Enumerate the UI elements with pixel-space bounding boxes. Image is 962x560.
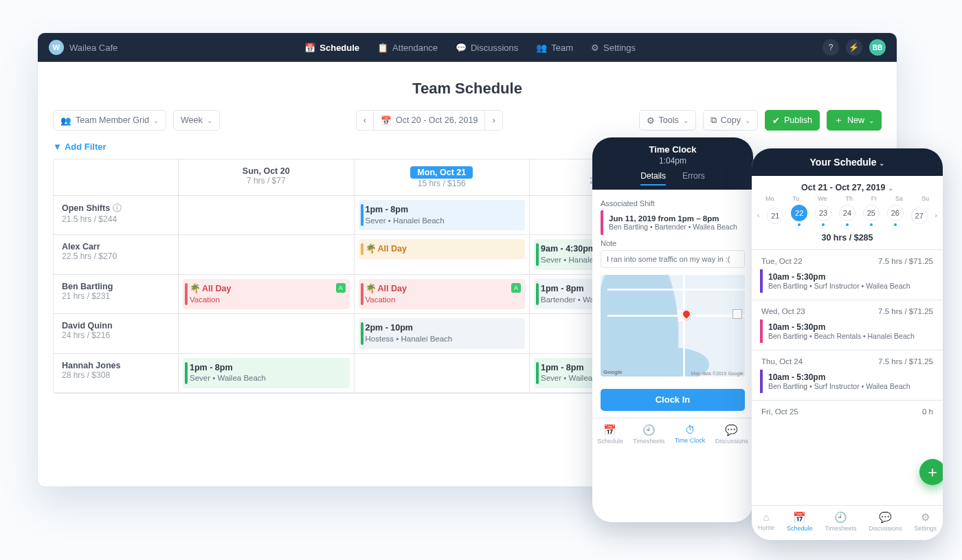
nav-tab-team[interactable]: 👥Team	[536, 43, 573, 53]
navbar: W Wailea Cafe 📅Schedule 📋Attendance 💬Dis…	[38, 33, 897, 62]
nav-tab-attendance[interactable]: 📋Attendance	[377, 43, 438, 53]
clock-in-button[interactable]: Clock In	[601, 389, 745, 411]
day-24[interactable]: 24	[839, 205, 855, 221]
new-button[interactable]: ＋New ⌄	[827, 110, 882, 131]
info-icon[interactable]: ⓘ	[113, 203, 122, 213]
shift-card[interactable]: 10am - 5:30pmBen Bartling • Surf Instruc…	[760, 370, 935, 393]
nav-tab-schedule[interactable]: 📅Schedule	[304, 43, 359, 53]
prev-week-button[interactable]: ‹	[356, 110, 374, 131]
shift-card-allday[interactable]: 🌴All Day	[359, 239, 526, 259]
next-week-button[interactable]: ›	[485, 110, 502, 131]
gear-icon: ⚙	[591, 43, 599, 53]
nav-tab-discussions[interactable]: 💬Discussions	[456, 43, 518, 53]
cell[interactable]	[355, 354, 530, 393]
tabbar-schedule[interactable]: 📅Schedule	[597, 424, 623, 445]
next-week[interactable]: ›	[935, 212, 937, 219]
tabbar-settings[interactable]: ⚙Settings	[914, 511, 937, 532]
schedule-list[interactable]: Tue, Oct 227.5 hrs / $71.2510am - 5:30pm…	[752, 250, 943, 469]
tools-button[interactable]: ⚙Tools ⌄	[639, 110, 696, 131]
cell[interactable]: A🌴All DayVacation	[355, 275, 530, 314]
row-open-shifts: Open Shifts ⓘ21.5 hrs / $244	[54, 196, 179, 235]
calendar-icon: 📅	[381, 115, 392, 126]
day-22[interactable]: 22	[791, 205, 807, 221]
shift-card[interactable]: 2pm - 10pmHostess • Hanalei Beach	[359, 318, 526, 348]
day-23[interactable]: 23	[815, 205, 831, 221]
day-header: Tue, Oct 227.5 hrs / $71.25	[752, 250, 943, 267]
shift-card-vacation[interactable]: A🌴All DayVacation	[183, 279, 350, 309]
chevron-down-icon: ⌄	[745, 117, 750, 124]
map[interactable]: Google Map data ©2019 Google	[601, 275, 745, 377]
assoc-shift-label: Associated Shift	[601, 199, 745, 208]
date-range-switcher: ‹ 📅Oct 20 - Oct 26, 2019 ›	[356, 110, 503, 131]
shift-card[interactable]: 1pm - 8pmSever • Hanalei Beach	[359, 200, 526, 230]
date-range-button[interactable]: 📅Oct 20 - Oct 26, 2019	[374, 110, 486, 131]
calendar-icon: 📅	[304, 43, 315, 53]
cell[interactable]: 2pm - 10pmHostess • Hanalei Beach	[355, 314, 530, 353]
day-header: Fri, Oct 250 h	[752, 400, 943, 417]
workspace-avatar[interactable]: W	[49, 40, 64, 55]
tabbar-discussions[interactable]: 💬Discussions	[715, 424, 748, 445]
chevron-down-icon: ⌄	[683, 117, 689, 124]
shift-card[interactable]: 10am - 5:30pmBen Bartling • Beach Rental…	[760, 320, 935, 343]
tabbar-schedule[interactable]: 📅Schedule	[787, 511, 813, 532]
approved-badge: A	[511, 283, 521, 293]
compass-icon[interactable]	[732, 309, 742, 319]
row-ben: Ben Bartling21 hrs / $231	[54, 275, 179, 314]
chevron-down-icon: ⌄	[888, 184, 893, 192]
tabbar-discussions[interactable]: 💬Discussions	[869, 511, 902, 532]
shift-card-vacation[interactable]: A🌴All DayVacation	[359, 279, 526, 309]
day-25[interactable]: 25	[863, 205, 880, 221]
tab-errors[interactable]: Errors	[682, 171, 705, 186]
user-avatar[interactable]: BB	[869, 39, 886, 56]
bolt-icon[interactable]: ⚡	[846, 39, 862, 56]
cell[interactable]	[179, 314, 355, 353]
shift-card[interactable]: 1pm - 8pmSever • Wailea Beach	[183, 358, 350, 388]
tabbar-home[interactable]: ⌂Home	[758, 511, 774, 532]
note-input[interactable]: I ran into some traffic on my way in :(	[601, 250, 745, 268]
mobile-schedule: Your Schedule ⌄ Oct 21 - Oct 27, 2019 ⌄ …	[752, 148, 943, 540]
range-mode-select[interactable]: Week ⌄	[173, 110, 220, 131]
clock-icon: 🕘	[633, 424, 664, 436]
day-26[interactable]: 26	[887, 205, 904, 221]
gear-icon: ⚙	[914, 511, 937, 524]
cell[interactable]: A🌴All DayVacation	[179, 275, 355, 314]
cell[interactable]	[179, 235, 355, 274]
mobile-header[interactable]: Your Schedule ⌄	[752, 148, 943, 176]
cell[interactable]	[179, 196, 355, 235]
clock-icon: 🕘	[825, 511, 856, 524]
workspace-name[interactable]: Wailea Cafe	[69, 43, 118, 53]
day-27[interactable]: 27	[911, 208, 928, 224]
page-title: Team Schedule	[38, 80, 897, 98]
help-icon[interactable]: ?	[823, 39, 839, 56]
plus-icon: ＋	[925, 462, 940, 482]
filter-icon: ▼	[53, 142, 62, 152]
tab-details[interactable]: Details	[640, 171, 666, 186]
nav-tab-settings[interactable]: ⚙Settings	[591, 43, 636, 53]
cell[interactable]: 🌴All Day	[355, 235, 530, 274]
associated-shift[interactable]: Jun 11, 2019 from 1pm – 8pm Ben Bartling…	[601, 210, 745, 235]
chat-icon: 💬	[456, 43, 467, 53]
people-icon: 👥	[60, 115, 71, 126]
prev-week[interactable]: ‹	[757, 212, 759, 219]
cell[interactable]: 1pm - 8pmSever • Hanalei Beach	[355, 196, 530, 235]
copy-button[interactable]: ⧉Copy ⌄	[703, 110, 758, 131]
mobile-tabbar: 📅Schedule 🕘Timesheets ⏱Time Clock 💬Discu…	[592, 418, 753, 453]
tabbar-timeclock[interactable]: ⏱Time Clock	[675, 424, 706, 445]
home-icon: ⌂	[758, 511, 774, 523]
chat-icon: 💬	[869, 511, 902, 524]
view-mode-select[interactable]: 👥Team Member Grid ⌄	[53, 110, 166, 131]
chat-icon: 💬	[715, 424, 748, 436]
chevron-down-icon: ⌄	[153, 117, 159, 124]
row-alex: Alex Carr22.5 hrs / $270	[54, 235, 179, 274]
cell[interactable]: 1pm - 8pmSever • Wailea Beach	[179, 354, 355, 393]
fab-add-button[interactable]: ＋	[919, 459, 943, 485]
publish-button[interactable]: ✔Publish	[765, 110, 820, 131]
shift-card[interactable]: 10am - 5:30pmBen Bartling • Surf Instruc…	[760, 269, 935, 293]
tabbar-timesheets[interactable]: 🕘Timesheets	[825, 511, 856, 532]
day-21[interactable]: 21	[767, 208, 783, 224]
chevron-down-icon: ⌄	[879, 159, 884, 167]
tabbar-timesheets[interactable]: 🕘Timesheets	[633, 424, 664, 445]
week-range[interactable]: Oct 21 - Oct 27, 2019 ⌄	[752, 176, 943, 195]
copy-icon: ⧉	[711, 115, 717, 126]
people-icon: 👥	[536, 43, 547, 53]
